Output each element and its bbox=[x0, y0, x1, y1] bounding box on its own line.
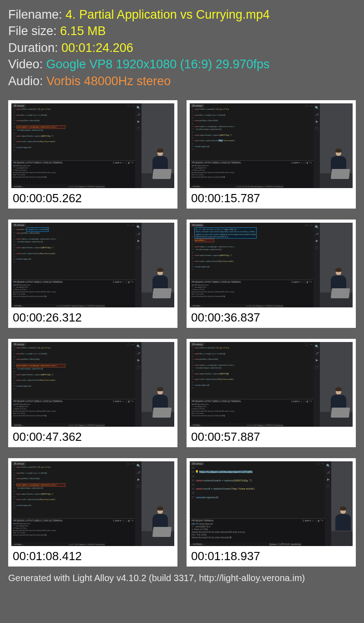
sidebar-icon: ⎇ bbox=[136, 113, 140, 117]
presenter-laptop bbox=[331, 288, 350, 298]
terminal-tabs: PROBLEMS OUTPUT DEBUG CONSOLE TERMINAL 1… bbox=[192, 400, 312, 403]
sidebar-icon: ▶ bbox=[137, 120, 140, 123]
code-editor: JS curry.js ⬚ ⋯ 10 const isOdd = modulo(… bbox=[11, 103, 135, 188]
sidebar-icon: ▶ bbox=[137, 478, 140, 481]
terminal-output: info All dependencies└─ ramda@0.26.1✓ Do… bbox=[13, 164, 133, 178]
info-filesize: File size: 6.15 MB bbox=[8, 23, 356, 39]
terminal-controls: 1: bash ▾ ＋ ⬚ 🗑 ^ × bbox=[113, 162, 133, 164]
terminal-tabs: PROBLEMS OUTPUT DEBUG CONSOLE TERMINAL 1… bbox=[13, 400, 133, 403]
terminal-output: info All dependencies└─ ramda@0.26.1✓ Do… bbox=[13, 403, 133, 417]
code-editor: JS curry.js ⬚ ⋯ 12 const filter = curry(… bbox=[11, 223, 135, 307]
presenter-view bbox=[142, 103, 174, 188]
presenter-person bbox=[335, 507, 351, 531]
video-frame: JS curry.js ⬚ ⋯ 12 const filter = curry(… bbox=[11, 223, 174, 307]
presenter-view bbox=[331, 461, 353, 546]
sidebar-icon: ▶ bbox=[316, 358, 318, 362]
terminal-controls: 1: bash ▾ ＋ ⬚ 🗑 ^ × bbox=[291, 162, 312, 164]
info-audio: Audio: Vorbis 48000Hz stereo bbox=[8, 73, 356, 89]
editor-sidebar: 🔍 ⎇ ▶ ⬚ bbox=[313, 223, 320, 307]
code-editor: JS curry.js ⬚ ⋯ 10 const isOdd = modulo(… bbox=[11, 461, 135, 546]
sidebar-icon: ⎇ bbox=[315, 113, 318, 117]
sidebar-icon: 🔍 bbox=[315, 345, 319, 348]
info-video: Video: Google VP8 1920x1080 (16:9) 29.97… bbox=[8, 56, 356, 72]
thumbnail-grid: JS curry.js ⬚ ⋯ 10 const isOdd = modulo(… bbox=[0, 96, 364, 568]
terminal-controls: 1: bash ▾ ＋ ⬚ 🗑 ^ × bbox=[113, 520, 133, 522]
code-area: 10 const isOdd = modulo(2) // (2, y) => … bbox=[13, 108, 133, 159]
terminal-tabs: PROBLEMS TERMINAL 1: bash ▾ ＋ ⬚ 🗑 ^ × bbox=[192, 520, 323, 522]
editor-sidebar: 🔍 ⎇ ▶ ⬚ bbox=[325, 461, 331, 546]
terminal-panel: PROBLEMS TERMINAL 1: bash ▾ ＋ ⬚ 🗑 ^ × in… bbox=[190, 518, 325, 546]
filename-value: 4. Partial Application vs Currying.mp4 bbox=[66, 8, 270, 21]
terminal-panel: PROBLEMS OUTPUT DEBUG CONSOLE TERMINAL 1… bbox=[190, 399, 313, 427]
status-mode: -- NORMAL -- bbox=[12, 305, 24, 307]
sidebar-icon: ⬚ bbox=[327, 485, 330, 488]
status-info: Ln 12, Col 40 (27 selected) Spaces: 2 UT… bbox=[57, 305, 105, 307]
code-area: 2021 💡 https://codepen.io/drboolean/pen/… bbox=[192, 466, 323, 517]
editor-statusbar: -- NORMAL -- Ln 17, Col 1 Spaces: 2 UTF-… bbox=[11, 542, 106, 546]
terminal-tab-labels: PROBLEMS OUTPUT DEBUG CONSOLE TERMINAL bbox=[13, 281, 63, 283]
editor-sidebar: 🔍 ⎇ ▶ ⬚ bbox=[135, 223, 142, 307]
terminal-tabs: PROBLEMS OUTPUT DEBUG CONSOLE TERMINAL 1… bbox=[13, 281, 133, 283]
terminal-output: info All dependencies└─ ramda@0.26.1✓ Do… bbox=[192, 164, 312, 178]
editor-tab: JS curry.js bbox=[190, 342, 204, 346]
status-mode: -- NORMAL -- bbox=[12, 424, 24, 426]
filesize-label: File size: bbox=[8, 24, 57, 38]
terminal-tab-labels: PROBLEMS OUTPUT DEBUG CONSOLE TERMINAL bbox=[192, 281, 241, 283]
terminal-controls: 1: bash ▾ ＋ ⬚ 🗑 ^ × bbox=[291, 281, 312, 283]
frame-timestamp: 00:00:26.312 bbox=[11, 307, 174, 326]
sidebar-icon: ▶ bbox=[137, 358, 140, 362]
status-mode: -- NORMAL -- bbox=[12, 185, 24, 188]
presenter-view bbox=[320, 342, 353, 427]
thumbnail-card: JS curry.js ⬚ ⋯ 10 const isOdd = modulo(… bbox=[8, 100, 177, 209]
presenter-laptop bbox=[152, 408, 172, 418]
terminal-tabs: PROBLEMS OUTPUT DEBUG CONSOLE TERMINAL 1… bbox=[192, 281, 312, 283]
terminal-panel: PROBLEMS OUTPUT DEBUG CONSOLE TERMINAL 1… bbox=[11, 518, 135, 546]
presenter-desk bbox=[331, 531, 353, 546]
sidebar-icon: ⎇ bbox=[136, 471, 140, 475]
terminal-panel: PROBLEMS OUTPUT DEBUG CONSOLE TERMINAL 1… bbox=[190, 280, 313, 307]
sidebar-icon: ▶ bbox=[137, 239, 140, 243]
sidebar-icon: ⬚ bbox=[315, 246, 318, 250]
terminal-panel: PROBLEMS OUTPUT DEBUG CONSOLE TERMINAL 1… bbox=[11, 399, 135, 427]
terminal-controls: 1: bash ▾ ＋ ⬚ 🗑 ^ × bbox=[113, 281, 133, 283]
thumbnail-card: JS curry.js ⬚ ⋯ 12 +fn, +f, *: fn(f: (a0… bbox=[187, 220, 356, 328]
status-info: Spaces: 2 UTF-8 LF JavaScript bbox=[269, 543, 301, 546]
sidebar-icon: 🔍 bbox=[315, 106, 319, 110]
presenter-laptop bbox=[152, 169, 172, 179]
editor-tab: JS curry.js bbox=[12, 104, 26, 107]
sidebar-icon: 🔍 bbox=[136, 464, 141, 468]
info-duration: Duration: 00:01:24.206 bbox=[8, 40, 356, 56]
presenter-laptop bbox=[331, 408, 350, 418]
status-info: Ln 14, Col 18 Spaces: 2 UTF-8 LF JavaScr… bbox=[246, 305, 283, 307]
sidebar-icon: ⬚ bbox=[137, 365, 140, 369]
frame-timestamp: 00:00:47.362 bbox=[11, 427, 174, 445]
audio-value: Vorbis 48000Hz stereo bbox=[46, 74, 171, 88]
editor-window-icons: ⬚ ⋯ bbox=[317, 462, 324, 465]
video-frame: JS curry.js ⬚ ⋯ 10 const isOdd = modulo(… bbox=[11, 342, 174, 427]
sidebar-icon: ▶ bbox=[316, 120, 318, 123]
sidebar-icon: ⎇ bbox=[136, 232, 140, 236]
code-editor: JS curry.js ⬚ ⋯ 10 const isOdd = modulo(… bbox=[190, 342, 313, 427]
editor-sidebar: 🔍 ⎇ ▶ ⬚ bbox=[135, 342, 142, 427]
terminal-tab-labels: PROBLEMS OUTPUT DEBUG CONSOLE TERMINAL bbox=[13, 400, 63, 403]
editor-statusbar: -- NORMAL -- Ln 23, Col 41 (4 selected) … bbox=[190, 184, 284, 188]
sidebar-icon: ⬚ bbox=[315, 365, 318, 369]
editor-sidebar: 🔍 ⎇ ▶ ⬚ bbox=[135, 103, 142, 188]
sidebar-icon: 🔍 bbox=[136, 106, 141, 110]
editor-tab: JS curry.js bbox=[190, 104, 204, 107]
presenter-view bbox=[320, 223, 353, 307]
sidebar-icon: ⬚ bbox=[137, 127, 140, 130]
editor-statusbar: -- NORMAL -- Ln 17, Col 1 Spaces: 2 UTF-… bbox=[190, 423, 284, 427]
thumbnail-card: JS curry.js ⬚ ⋯ 10 const isOdd = modulo(… bbox=[8, 339, 177, 447]
terminal-panel: PROBLEMS OUTPUT DEBUG CONSOLE TERMINAL 1… bbox=[11, 160, 135, 188]
status-mode: -- NORMAL -- bbox=[191, 543, 205, 546]
sidebar-icon: ▶ bbox=[327, 478, 329, 481]
editor-sidebar: 🔍 ⎇ ▶ ⬚ bbox=[313, 342, 320, 427]
sidebar-icon: 🔍 bbox=[136, 345, 141, 348]
terminal-output: info All dependencies└─ ramda@0.26.1✓ Do… bbox=[192, 522, 323, 539]
terminal-panel: PROBLEMS OUTPUT DEBUG CONSOLE TERMINAL 1… bbox=[11, 280, 135, 307]
presenter-laptop bbox=[331, 169, 350, 179]
thumbnail-card: JS curry.js ⬚ ⋯ 10 const isOdd = modulo(… bbox=[8, 458, 177, 567]
video-frame: JS curry.js ⬚ ⋯ 2021 💡 https://codepen.i… bbox=[190, 461, 353, 546]
sidebar-icon: ⎇ bbox=[136, 352, 140, 355]
